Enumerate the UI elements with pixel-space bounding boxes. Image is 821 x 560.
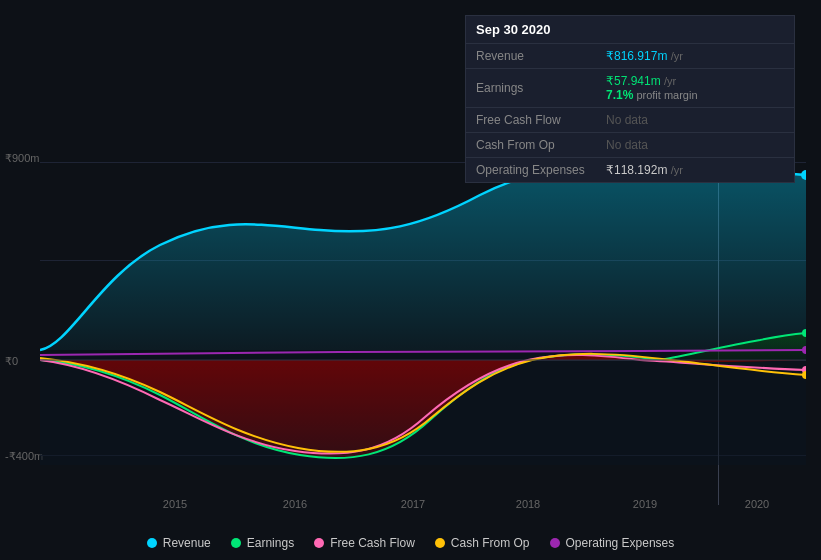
tooltip-revenue-value: ₹816.917m /yr <box>596 44 794 69</box>
tooltip-revenue-label: Revenue <box>466 44 596 69</box>
legend-earnings[interactable]: Earnings <box>231 536 294 550</box>
tooltip-cashop-row: Cash From Op No data <box>466 133 794 158</box>
x-label-2016: 2016 <box>283 498 307 510</box>
y-label-bottom: -₹400m <box>5 450 43 463</box>
legend-earnings-dot <box>231 538 241 548</box>
tooltip-earnings-row: Earnings ₹57.941m /yr 7.1% profit margin <box>466 69 794 108</box>
tooltip-earnings-value: ₹57.941m /yr 7.1% profit margin <box>596 69 794 108</box>
tooltip-revenue-row: Revenue ₹816.917m /yr <box>466 44 794 69</box>
tooltip-earnings-label: Earnings <box>466 69 596 108</box>
tooltip-date: Sep 30 2020 <box>466 16 794 44</box>
y-label-zero: ₹0 <box>5 355 18 368</box>
tooltip-opex-value: ₹118.192m /yr <box>596 158 794 183</box>
legend-fcf-dot <box>314 538 324 548</box>
tooltip-opex-row: Operating Expenses ₹118.192m /yr <box>466 158 794 183</box>
legend: Revenue Earnings Free Cash Flow Cash Fro… <box>0 536 821 550</box>
legend-earnings-label: Earnings <box>247 536 294 550</box>
tooltip-box: Sep 30 2020 Revenue ₹816.917m /yr Earnin… <box>465 15 795 183</box>
x-label-2015: 2015 <box>163 498 187 510</box>
x-label-2018: 2018 <box>516 498 540 510</box>
x-label-2019: 2019 <box>633 498 657 510</box>
legend-fcf[interactable]: Free Cash Flow <box>314 536 415 550</box>
tooltip-opex-label: Operating Expenses <box>466 158 596 183</box>
tooltip-cashop-value: No data <box>596 133 794 158</box>
x-label-2020: 2020 <box>745 498 769 510</box>
tooltip-cashop-label: Cash From Op <box>466 133 596 158</box>
tooltip-fcf-label: Free Cash Flow <box>466 108 596 133</box>
chart-svg <box>40 155 806 465</box>
tooltip-table: Revenue ₹816.917m /yr Earnings ₹57.941m … <box>466 44 794 182</box>
legend-revenue-dot <box>147 538 157 548</box>
legend-fcf-label: Free Cash Flow <box>330 536 415 550</box>
x-label-2017: 2017 <box>401 498 425 510</box>
legend-opex[interactable]: Operating Expenses <box>550 536 675 550</box>
legend-cashop-dot <box>435 538 445 548</box>
tooltip-fcf-value: No data <box>596 108 794 133</box>
chart-container: Sep 30 2020 Revenue ₹816.917m /yr Earnin… <box>0 0 821 560</box>
legend-opex-label: Operating Expenses <box>566 536 675 550</box>
y-label-top: ₹900m <box>5 152 40 165</box>
legend-revenue-label: Revenue <box>163 536 211 550</box>
legend-opex-dot <box>550 538 560 548</box>
tooltip-fcf-row: Free Cash Flow No data <box>466 108 794 133</box>
legend-revenue[interactable]: Revenue <box>147 536 211 550</box>
revenue-fill <box>40 164 806 350</box>
legend-cashop[interactable]: Cash From Op <box>435 536 530 550</box>
legend-cashop-label: Cash From Op <box>451 536 530 550</box>
